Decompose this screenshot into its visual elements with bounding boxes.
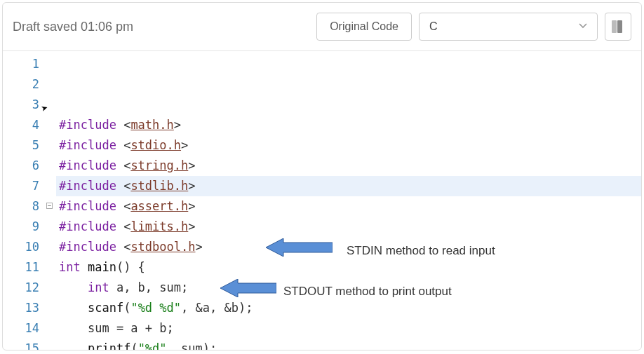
line-number: 4 [3, 115, 46, 135]
arrow-stdout-icon [220, 280, 276, 297]
fold-cell [46, 115, 56, 135]
line-number: 15 [3, 339, 46, 350]
fold-cell [46, 318, 56, 339]
annotation-stdout: STDOUT method to print output [283, 281, 452, 301]
layout-toggle-button[interactable] [605, 13, 631, 41]
code-line[interactable]: #include <stdlib.h> [56, 176, 641, 196]
line-number: 9 [3, 217, 46, 237]
editor-window: Draft saved 01:06 pm Original Code C ➤ 1… [2, 2, 642, 350]
line-number: 14 [3, 318, 46, 339]
code-line[interactable]: #include <string.h> [56, 156, 641, 176]
annotation-stdin: STDIN method to read input [347, 240, 495, 261]
chevron-down-icon [579, 20, 587, 33]
code-editor[interactable]: ➤ 123456789101112131415 − #include <math… [3, 51, 641, 350]
line-number: 8 [3, 196, 46, 217]
line-number: 13 [3, 298, 46, 318]
fold-cell [46, 217, 56, 237]
code-line[interactable]: #include <assert.h> [56, 196, 641, 217]
layout-split-icon [612, 20, 624, 33]
arrow-stdin-icon [266, 239, 333, 256]
line-number: 5 [3, 135, 46, 156]
line-number: 6 [3, 156, 46, 176]
fold-collapse-icon[interactable]: − [46, 203, 53, 209]
line-number: 12 [3, 278, 46, 298]
fold-cell [46, 54, 56, 74]
code-line[interactable]: #include <stdio.h> [56, 135, 641, 156]
fold-cell [46, 95, 56, 115]
code-line[interactable]: sum = a + b; [56, 318, 641, 339]
code-area[interactable]: #include <math.h>#include <stdio.h>#incl… [56, 51, 641, 350]
draft-status: Draft saved 01:06 pm [13, 20, 309, 34]
fold-cell [46, 74, 56, 95]
fold-cell [46, 257, 56, 278]
fold-cell [46, 339, 56, 350]
fold-cell [46, 135, 56, 156]
line-number: 1 [3, 54, 46, 74]
language-selected-value: C [429, 20, 438, 33]
line-number: 7 [3, 176, 46, 196]
line-number: 2 [3, 74, 46, 95]
fold-cell [46, 298, 56, 318]
line-number: 10 [3, 237, 46, 257]
code-line[interactable]: printf("%d", sum); [56, 339, 641, 350]
fold-cell [46, 278, 56, 298]
fold-gutter: − [46, 51, 56, 350]
original-code-button[interactable]: Original Code [316, 13, 412, 41]
line-number-gutter: 123456789101112131415 [3, 51, 46, 350]
code-line[interactable]: #include <limits.h> [56, 217, 641, 237]
language-select[interactable]: C [419, 13, 598, 41]
fold-cell [46, 237, 56, 257]
fold-cell [46, 156, 56, 176]
line-number: 3 [3, 95, 46, 115]
line-number: 11 [3, 257, 46, 278]
fold-cell [46, 176, 56, 196]
toolbar: Draft saved 01:06 pm Original Code C [3, 3, 641, 51]
fold-cell: − [46, 196, 56, 217]
code-line[interactable]: #include <math.h> [56, 115, 641, 135]
